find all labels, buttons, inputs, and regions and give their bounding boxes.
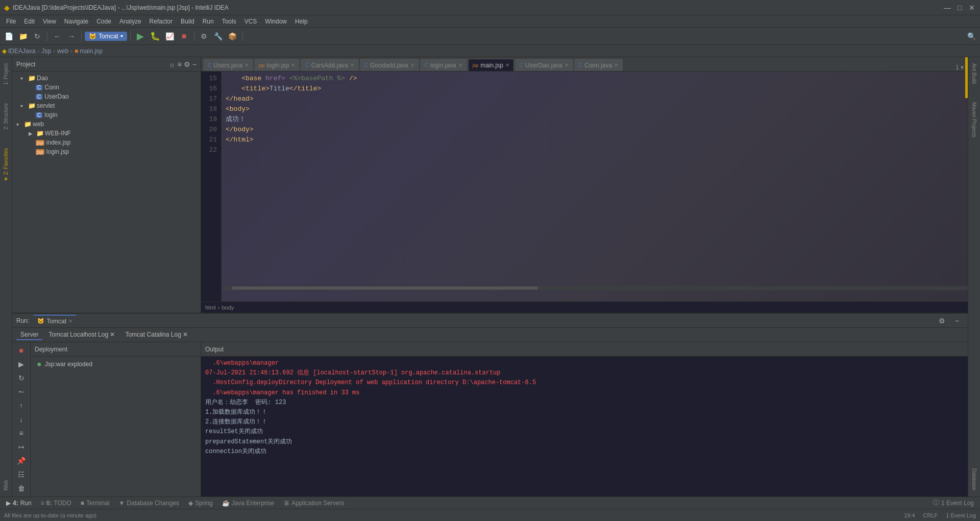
tab-terminal[interactable]: ■ Terminal — [77, 499, 114, 508]
tab-close-active[interactable]: ✕ — [505, 62, 509, 68]
tree-item-loginjsp[interactable]: jsp login.jsp — [12, 147, 201, 156]
tab-db-changes[interactable]: ▼ Database Changes — [114, 499, 183, 508]
tab-close[interactable]: ✕ — [244, 62, 249, 68]
run-close-btn[interactable]: − — [950, 315, 964, 326]
tab-todo[interactable]: ≡ 6: TODO — [37, 499, 76, 508]
menu-edit[interactable]: Edit — [20, 17, 39, 26]
tab-close[interactable]: ✕ — [458, 62, 462, 68]
project-scope-btn[interactable]: ☼ — [169, 60, 176, 68]
menu-code[interactable]: Code — [92, 17, 115, 26]
horizontal-scrollbar[interactable] — [222, 286, 968, 290]
menu-view[interactable]: View — [39, 17, 60, 26]
tab-mainjsp[interactable]: jsp main.jsp ✕ — [468, 59, 514, 71]
layout-btn[interactable]: ☷ — [15, 468, 28, 481]
tree-item-login[interactable]: C login — [12, 110, 201, 120]
localhost-log-tab[interactable]: Tomcat Localhost Log ✕ — [44, 330, 119, 340]
tree-item-indexjsp[interactable]: jsp index.jsp — [12, 138, 201, 147]
breadcrumb-mainjsp[interactable]: ■ main.jsp — [75, 48, 103, 55]
format-btn[interactable]: ≡ — [15, 427, 28, 439]
sidebar-item-favorites[interactable]: ★ 2: Favorites — [2, 144, 10, 186]
tab-run[interactable]: ▶ 4: Run — [2, 499, 36, 508]
sidebar-database[interactable]: Database — [970, 464, 978, 494]
tab-spring[interactable]: ◆ Spring — [184, 499, 217, 508]
menu-analyze[interactable]: Analyze — [115, 17, 145, 26]
sidebar-item-structure[interactable]: 2: Structure — [2, 99, 10, 134]
catalina-log-tab[interactable]: Tomcat Catalina Log ✕ — [121, 330, 192, 340]
cursor-position[interactable]: 19:4 — [904, 512, 915, 518]
run-button[interactable]: ▶ — [134, 30, 147, 43]
html-breadcrumb[interactable]: html — [205, 304, 216, 311]
tab-loginjava[interactable]: C login.java ✕ — [420, 59, 467, 71]
tree-item-conn[interactable]: C Conn — [12, 83, 201, 92]
tree-item-webinf[interactable]: ▶ 📁 WEB-INF — [12, 129, 201, 138]
toolbar-back[interactable]: ← — [51, 30, 64, 43]
editor-area[interactable]: 15 16 17 18 19 20 21 22 <base href= <%=b… — [201, 72, 968, 313]
sidebar-item-web[interactable]: Web — [2, 476, 10, 494]
tab-close[interactable]: ✕ — [410, 62, 414, 68]
tree-item-dao[interactable]: ▾ 📁 Dao — [12, 74, 201, 83]
menu-refactor[interactable]: Refactor — [145, 17, 177, 26]
tab-close[interactable]: ✕ — [565, 62, 569, 68]
debug-button[interactable]: 🐛 — [148, 30, 162, 43]
menu-run[interactable]: Run — [199, 17, 218, 26]
maximize-button[interactable]: □ — [955, 4, 964, 12]
tab-usersjava[interactable]: C Users.java ✕ — [203, 59, 253, 71]
sidebar-item-project[interactable]: 1: Project — [2, 59, 10, 89]
coverage-button[interactable]: 📈 — [163, 30, 177, 43]
toolbar-sync[interactable]: ↻ — [31, 30, 44, 43]
tab-close[interactable]: ✕ — [350, 62, 354, 68]
menu-window[interactable]: Window — [261, 17, 291, 26]
scroll-up-btn[interactable]: ↑ — [15, 399, 28, 412]
tomcat-tab-close[interactable]: ✕ — [68, 318, 72, 324]
tree-item-servlet[interactable]: ▾ 📁 servlet — [12, 101, 201, 110]
localhost-log-close[interactable]: ✕ — [110, 331, 115, 338]
tree-item-userdao[interactable]: C UserDao — [12, 92, 201, 101]
body-breadcrumb[interactable]: body — [222, 304, 234, 311]
sidebar-ant-build[interactable]: Ant Build — [970, 59, 978, 88]
update-btn[interactable]: ↻ — [15, 372, 28, 385]
tomcat-config-tab[interactable]: 🐱 Tomcat ✕ — [33, 315, 77, 327]
pin-btn[interactable]: 📌 — [15, 454, 28, 467]
tab-close[interactable]: ✕ — [291, 62, 295, 68]
update-class-btn[interactable]: ↼ — [15, 386, 28, 398]
breadcrumb-jsp[interactable]: Jsp — [41, 48, 51, 55]
tab-loginjsp[interactable]: jsp login.jsp ✕ — [254, 59, 300, 71]
run-config-selector[interactable]: 🐱 Tomcat ▾ — [85, 32, 127, 41]
menu-navigate[interactable]: Navigate — [60, 17, 92, 26]
menu-file[interactable]: File — [2, 17, 20, 26]
stop-button[interactable]: ■ — [178, 30, 191, 43]
project-settings-btn[interactable]: ⚙ — [184, 60, 190, 68]
tab-overflow[interactable]: 1 ▾ — [953, 64, 966, 71]
tab-close[interactable]: ✕ — [614, 62, 618, 68]
breadcrumb-web[interactable]: web — [57, 48, 68, 55]
catalina-log-close[interactable]: ✕ — [183, 331, 188, 338]
event-log-status[interactable]: 1 Event Log — [946, 512, 976, 518]
scroll-down-btn[interactable]: ↓ — [15, 413, 28, 426]
tab-userdao[interactable]: C UserDao.java ✕ — [515, 59, 573, 71]
tab-carsadd[interactable]: C CarsAdd.java ✕ — [301, 59, 358, 71]
deployment-item[interactable]: ● Jsp:war exploded — [31, 357, 201, 372]
tab-connjava[interactable]: C Conn.java ✕ — [574, 59, 623, 71]
toolbar-forward[interactable]: → — [65, 30, 78, 43]
server-tab[interactable]: Server — [16, 330, 42, 340]
build-project-button[interactable]: 🔧 — [212, 30, 225, 43]
trash-btn[interactable]: 🗑 — [15, 482, 28, 494]
menu-help[interactable]: Help — [291, 17, 312, 26]
tab-event-log[interactable]: ⓘ 1 Event Log — [929, 498, 978, 508]
stop-server-btn[interactable]: ■ — [15, 344, 28, 357]
search-everywhere[interactable]: 🔍 — [965, 30, 978, 43]
toolbar-new[interactable]: 📄 — [2, 30, 15, 43]
menu-vcs[interactable]: VCS — [240, 17, 261, 26]
close-button[interactable]: ✕ — [968, 4, 976, 12]
menu-build[interactable]: Build — [177, 17, 199, 26]
line-ending[interactable]: CRLF — [923, 512, 938, 518]
wrap-btn[interactable]: ↦ — [15, 440, 28, 453]
settings-button[interactable]: ⚙ — [198, 30, 211, 43]
project-close-btn[interactable]: − — [192, 60, 197, 68]
menu-tools[interactable]: Tools — [218, 17, 240, 26]
tab-java-enterprise[interactable]: ☕ Java Enterprise — [218, 499, 278, 508]
tree-item-web[interactable]: ▾ 📁 web — [12, 120, 201, 129]
sdk-button[interactable]: 📦 — [226, 30, 239, 43]
tab-application-servers[interactable]: 🖥 Application Servers — [279, 499, 348, 508]
minimize-button[interactable]: ― — [943, 4, 951, 12]
